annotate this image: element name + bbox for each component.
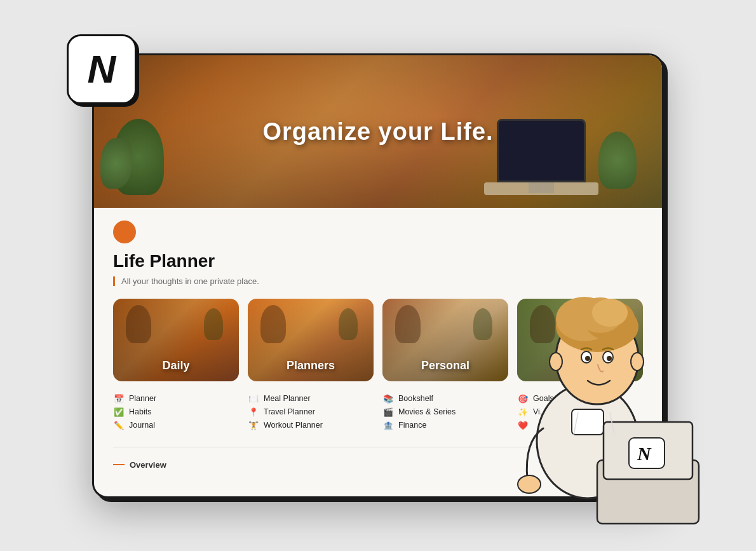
hero-title: Organize your Life. xyxy=(262,118,493,145)
meal-planner-label: Meal Planner xyxy=(264,394,311,403)
finance-label: Finance xyxy=(398,421,426,430)
list-item[interactable]: 📍 Travel Planner xyxy=(248,407,374,417)
planner-label: Planner xyxy=(129,394,156,403)
movies-icon: 🎬 xyxy=(382,407,394,417)
list-col-planners: 🍽️ Meal Planner 📍 Travel Planner 🏋️ Work… xyxy=(248,394,374,434)
card-deco-1 xyxy=(126,305,151,343)
workout-planner-label: Workout Planner xyxy=(264,421,323,430)
workout-planner-icon: 🏋️ xyxy=(248,421,259,430)
notion-logo: N xyxy=(67,34,137,104)
svg-point-12 xyxy=(518,475,541,493)
card-daily[interactable]: Daily xyxy=(113,299,239,381)
habits-icon: ✅ xyxy=(113,407,125,417)
finance-icon: 🏦 xyxy=(382,421,394,430)
journal-icon: ✏️ xyxy=(113,421,125,430)
meal-planner-icon: 🍽️ xyxy=(248,394,259,404)
character-illustration: N xyxy=(473,238,702,530)
plant-decoration-left xyxy=(113,119,164,195)
list-col-daily: 📅 Planner ✅ Habits ✏️ Journal xyxy=(113,394,239,434)
card-deco-4 xyxy=(339,308,358,340)
svg-text:N: N xyxy=(637,443,652,464)
habits-label: Habits xyxy=(129,407,151,416)
scene: N Organize your Life. Life Planner All y… xyxy=(29,22,727,530)
card-planners[interactable]: Planners xyxy=(248,299,374,381)
hero-banner: Organize your Life. xyxy=(94,55,662,208)
journal-label: Journal xyxy=(129,421,155,430)
card-deco-3 xyxy=(260,305,286,343)
card-planners-label: Planners xyxy=(248,359,374,372)
travel-planner-label: Travel Planner xyxy=(264,407,315,416)
card-deco-5 xyxy=(395,305,421,343)
svg-point-11 xyxy=(607,356,612,361)
list-item[interactable]: 🏋️ Workout Planner xyxy=(248,421,374,430)
svg-point-7 xyxy=(592,299,628,327)
planner-icon: 📅 xyxy=(113,394,125,404)
bookshelf-label: Bookshelf xyxy=(398,394,433,403)
list-item[interactable]: 📅 Planner xyxy=(113,394,239,404)
travel-planner-icon: 📍 xyxy=(248,407,259,417)
desk-keyboard xyxy=(484,182,598,195)
card-deco-2 xyxy=(204,308,223,340)
overview-label: Overview xyxy=(130,460,166,470)
list-item[interactable]: ✅ Habits xyxy=(113,407,239,417)
desk-monitor xyxy=(497,119,586,182)
list-item[interactable]: 🍽️ Meal Planner xyxy=(248,394,374,404)
bookshelf-icon: 📚 xyxy=(382,394,394,404)
notion-logo-text: N xyxy=(88,46,116,92)
overview-dash-icon xyxy=(113,464,125,465)
svg-point-18 xyxy=(550,353,562,371)
card-daily-label: Daily xyxy=(113,359,239,372)
list-item[interactable]: ✏️ Journal xyxy=(113,421,239,430)
movies-label: Movies & Series xyxy=(398,407,456,416)
avatar xyxy=(113,221,136,243)
svg-point-10 xyxy=(585,356,590,361)
plant-decoration-right xyxy=(598,132,637,189)
svg-point-19 xyxy=(631,353,644,371)
